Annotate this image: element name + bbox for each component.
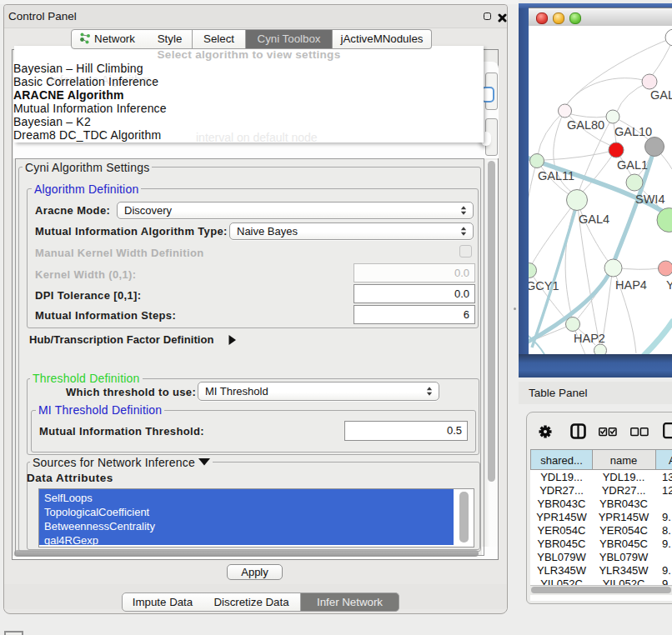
svg-text:GAL10: GAL10 (614, 125, 652, 138)
svg-text:GAL80: GAL80 (567, 118, 604, 132)
svg-text:HAP2: HAP2 (574, 332, 605, 345)
svg-text:SWI4: SWI4 (635, 192, 664, 206)
svg-text:GAL1: GAL1 (617, 158, 648, 172)
svg-text:GAL4: GAL4 (579, 212, 609, 226)
svg-text:Y: Y (666, 278, 672, 292)
svg-text:GAL: GAL (650, 88, 672, 102)
svg-text:GAL11: GAL11 (538, 169, 574, 182)
svg-text:HAP4: HAP4 (615, 278, 647, 292)
svg-text:GCY1: GCY1 (529, 279, 559, 292)
